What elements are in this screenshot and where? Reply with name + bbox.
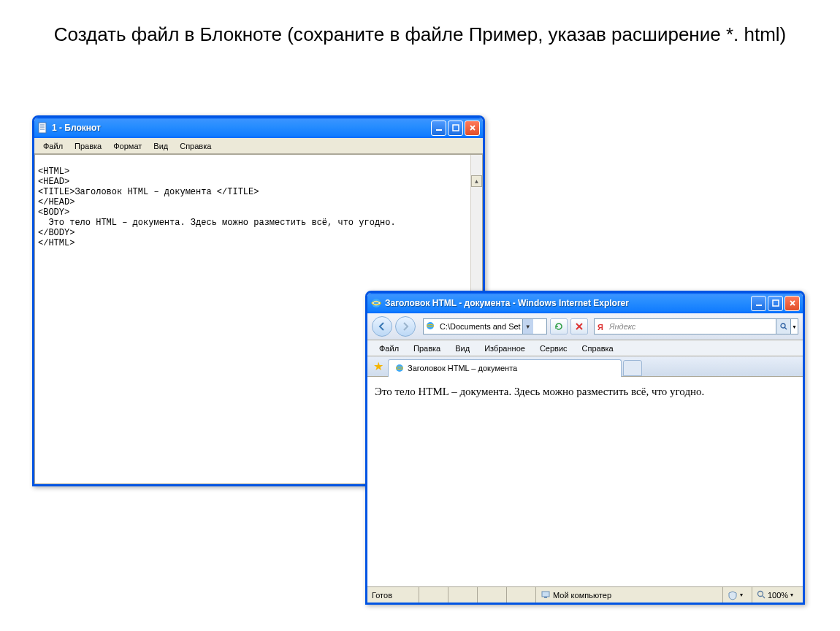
- forward-button[interactable]: [395, 316, 416, 337]
- svg-rect-0: [39, 123, 46, 133]
- security-zone: Мой компьютер: [535, 587, 722, 603]
- code-line: <HTML>: [38, 167, 69, 177]
- zoom-control[interactable]: 100% ▾: [752, 587, 803, 603]
- ie-navigation-toolbar: C:\Documents and Set ▼ Я Яндекс ▼: [367, 313, 803, 340]
- window-controls: [751, 296, 800, 311]
- menu-help[interactable]: Справка: [575, 343, 621, 354]
- minimize-button[interactable]: [431, 121, 446, 136]
- ie-page-icon: [394, 363, 405, 373]
- maximize-button[interactable]: [768, 296, 783, 311]
- svg-rect-10: [756, 305, 762, 306]
- ie-page-icon: [425, 321, 437, 332]
- ie-app-icon: [370, 297, 382, 309]
- address-dropdown-icon[interactable]: ▼: [522, 319, 533, 334]
- svg-rect-24: [544, 597, 547, 598]
- code-line: </HEAD>: [38, 197, 75, 207]
- yandex-icon: Я: [597, 321, 607, 332]
- ie-tab-row: ★ Заголовок HTML – документа: [367, 356, 803, 377]
- protected-mode-icon[interactable]: ▾: [722, 587, 752, 603]
- page-heading: Создать файл в Блокноте (сохраните в фай…: [44, 23, 796, 46]
- browser-tab[interactable]: Заголовок HTML – документа: [388, 359, 622, 377]
- svg-text:Я: Я: [597, 323, 603, 332]
- refresh-button[interactable]: [550, 318, 568, 334]
- code-line: Это тело HTML – документа. Здесь можно р…: [38, 218, 396, 228]
- menu-edit[interactable]: Правка: [406, 343, 448, 354]
- window-controls: [431, 121, 480, 136]
- stop-icon: [574, 321, 584, 332]
- menu-file[interactable]: Файл: [372, 343, 406, 354]
- refresh-icon: [554, 321, 564, 332]
- svg-point-19: [781, 324, 785, 328]
- status-text: Готов: [367, 587, 419, 603]
- ie-page-content: Это тело HTML – документа. Здесь можно р…: [367, 377, 803, 586]
- stop-button[interactable]: [570, 318, 588, 334]
- ie-titlebar[interactable]: Заголовок HTML - документа - Windows Int…: [367, 293, 803, 313]
- menu-tools[interactable]: Сервис: [532, 343, 575, 354]
- menu-file[interactable]: Файл: [37, 140, 69, 152]
- favorites-star-icon[interactable]: ★: [370, 359, 386, 375]
- svg-rect-5: [453, 125, 459, 131]
- address-bar[interactable]: C:\Documents and Set ▼: [423, 318, 547, 334]
- menu-favorites[interactable]: Избранное: [477, 343, 532, 354]
- notepad-titlebar[interactable]: 1 - Блокнот: [34, 118, 483, 138]
- maximize-button[interactable]: [448, 121, 463, 136]
- code-line: <BODY>: [38, 207, 69, 218]
- search-dropdown-icon[interactable]: ▼: [790, 319, 798, 334]
- zoom-icon: [757, 590, 765, 600]
- arrow-left-icon: [376, 321, 388, 332]
- ie-window: Заголовок HTML - документа - Windows Int…: [365, 291, 805, 605]
- code-line: <TITLE>Заголовок HTML – документа </TITL…: [38, 187, 259, 197]
- svg-line-20: [784, 328, 787, 330]
- code-line: <HEAD>: [38, 177, 69, 187]
- ie-statusbar: Готов Мой компьютер ▾ 100% ▾: [367, 586, 803, 603]
- svg-point-25: [758, 591, 763, 596]
- svg-rect-23: [542, 592, 549, 597]
- close-button[interactable]: [465, 121, 480, 136]
- code-line: </BODY>: [38, 228, 75, 238]
- svg-rect-4: [436, 129, 442, 131]
- address-text: C:\Documents and Set: [438, 322, 522, 331]
- svg-rect-11: [773, 300, 779, 306]
- new-tab-button[interactable]: [623, 360, 642, 376]
- search-box[interactable]: Я Яндекс ▼: [594, 318, 798, 334]
- notepad-app-icon: [37, 122, 49, 134]
- close-button[interactable]: [784, 296, 800, 311]
- page-body-text: Это тело HTML – документа. Здесь можно р…: [375, 386, 704, 397]
- tab-label: Заголовок HTML – документа: [408, 364, 517, 372]
- zoom-value: 100%: [768, 591, 788, 600]
- menu-view[interactable]: Вид: [148, 140, 174, 152]
- back-button[interactable]: [372, 316, 392, 337]
- menu-help[interactable]: Справка: [174, 140, 217, 152]
- menu-view[interactable]: Вид: [448, 343, 477, 354]
- ie-title: Заголовок HTML - документа - Windows Int…: [385, 298, 751, 308]
- minimize-button[interactable]: [751, 296, 766, 311]
- menu-edit[interactable]: Правка: [69, 140, 107, 152]
- svg-point-14: [427, 322, 434, 329]
- svg-point-21: [396, 364, 403, 372]
- menu-format[interactable]: Формат: [107, 140, 148, 152]
- search-placeholder: Яндекс: [609, 322, 776, 331]
- notepad-title: 1 - Блокнот: [52, 123, 431, 133]
- search-go-button[interactable]: [776, 319, 790, 334]
- ie-menubar: Файл Правка Вид Избранное Сервис Справка: [367, 340, 803, 356]
- computer-icon: [541, 589, 551, 601]
- notepad-menubar: Файл Правка Формат Вид Справка: [34, 138, 483, 154]
- magnifier-icon: [779, 322, 788, 331]
- svg-line-26: [763, 596, 765, 598]
- arrow-right-icon: [400, 321, 411, 332]
- code-line: </HTML>: [38, 238, 75, 248]
